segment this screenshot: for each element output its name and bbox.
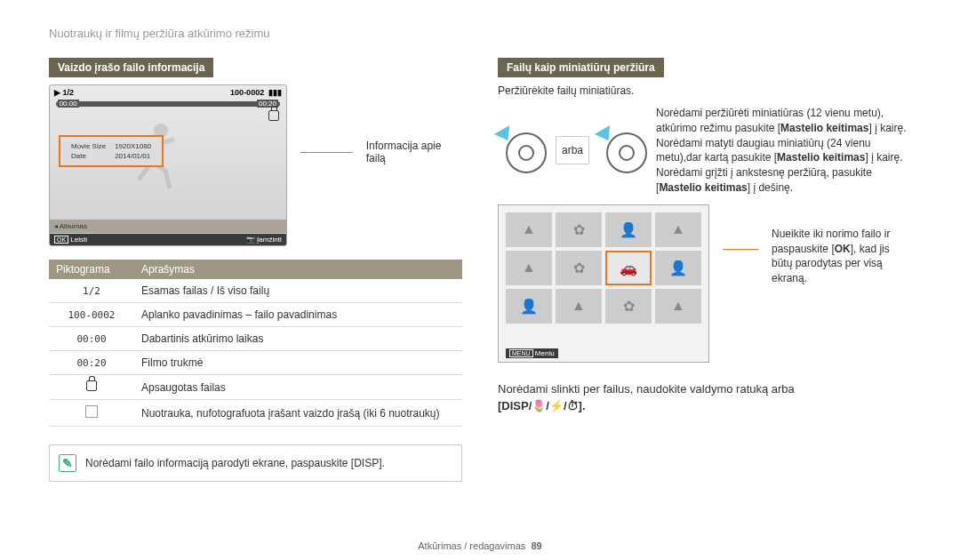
note-icon: ✎ — [59, 454, 76, 472]
right-subhead: Peržiūrėkite failų miniatiūras. — [498, 84, 911, 97]
zoom-instructions: Norėdami peržiūrėti miniatiūras (12 vien… — [656, 106, 911, 196]
note-box: ✎ Norėdami failo informaciją parodyti ek… — [49, 444, 462, 482]
photo-icon — [85, 405, 98, 418]
table-row: Apsaugotas failas — [49, 375, 462, 400]
section-title-left: Vaizdo įrašo failo informacija — [49, 58, 213, 77]
table-row: 00:00 Dabartinis atkūrimo laikas — [49, 327, 462, 351]
zoom-dial-icon — [598, 131, 647, 171]
scroll-instructions: Norėdami slinkti per failus, naudokite v… — [498, 380, 911, 415]
table-row: 00:20 Filmo trukmė — [49, 351, 462, 375]
or-label: arba — [556, 136, 589, 164]
icon-description-table: Piktograma Aprašymas 1/2 Esamas failas /… — [49, 260, 462, 427]
th-icon: Piktograma — [49, 260, 134, 279]
thumb-caption: Nueikite iki norimo failo ir paspauskite… — [772, 227, 911, 363]
menu-badge: MENU Meniu — [506, 348, 558, 358]
lock-icon — [268, 110, 279, 124]
zoom-dial-icon — [498, 131, 547, 171]
video-lcd-mock: ▶ 1/2 100-0002 ▮▮▮ 00:00 00:20 — [49, 84, 287, 246]
lcd-file: 100-0002 — [230, 88, 264, 97]
lcd-time-left: 00:00 — [58, 100, 79, 108]
table-row: 1/2 Esamas failas / Iš viso failų — [49, 279, 462, 303]
table-row: 100-0002 Aplanko pavadinimas – failo pav… — [49, 303, 462, 327]
table-row: Nuotrauka, nufotografuota įrašant vaizdo… — [49, 400, 462, 427]
thumbnail-lcd-mock: ▲✿👤▲ ▲✿🚗👤 👤▲✿▲ MENU Meniu — [498, 204, 709, 363]
lock-icon — [86, 380, 97, 391]
lcd-counter: 1/2 — [63, 88, 75, 97]
leader-label-left: Informacija apie failą — [366, 140, 462, 164]
file-info-box: Movie Size1920X1080 Date2014/01/01 — [59, 135, 164, 167]
breadcrumb: Nuotraukų ir filmų peržiūra atkūrimo rež… — [49, 27, 911, 40]
selected-thumbnail: 🚗 — [605, 251, 652, 285]
section-title-right: Failų kaip miniatiūrų peržiūra — [498, 58, 664, 77]
leader-line-left — [300, 152, 353, 153]
page-footer: Atkūrimas / redagavimas 89 — [0, 540, 960, 551]
battery-icon: ▮▮▮ — [268, 88, 282, 97]
th-desc: Aprašymas — [134, 260, 462, 279]
leader-line-right — [723, 249, 758, 250]
